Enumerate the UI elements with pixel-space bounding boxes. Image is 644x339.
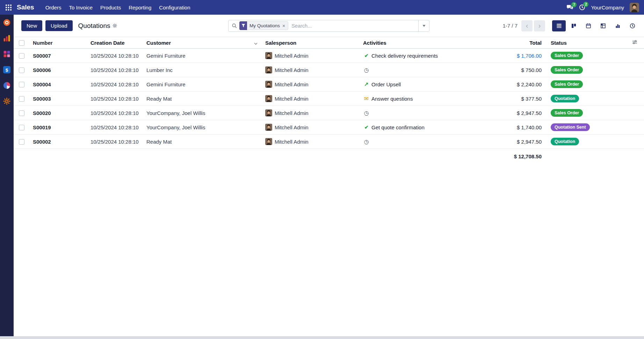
control-panel-right: 1-7 / 7 ‹ ›	[502, 20, 639, 31]
customer-cell: YourCompany, Joel Willis	[143, 106, 262, 120]
quotation-row[interactable]: S00004 10/25/2024 10:28:10 Gemini Furnit…	[14, 77, 644, 92]
activities-cell	[360, 135, 486, 149]
menu-to-invoice[interactable]: To Invoice	[66, 2, 96, 13]
new-button[interactable]: New	[21, 20, 42, 31]
activity-button[interactable]: Order Upsell	[363, 81, 401, 87]
company-switcher[interactable]: YourCompany	[591, 5, 624, 10]
menu-configuration[interactable]: Configuration	[155, 2, 194, 13]
page-title: Quotations	[78, 22, 110, 30]
number-cell: S00006	[29, 63, 87, 77]
total-cell: $ 750.00	[486, 63, 545, 77]
activities-cell: Get quote confirmation	[360, 120, 486, 135]
quotation-row[interactable]: S00003 10/25/2024 10:28:10 Ready Mat Mit…	[14, 92, 644, 106]
svg-text:$: $	[6, 67, 8, 73]
row-checkbox[interactable]	[19, 110, 24, 116]
activity-button[interactable]: Answer questions	[363, 95, 413, 102]
filter-facet-my-quotations[interactable]: My Quotations ×	[239, 21, 288, 30]
graph-view-button[interactable]	[611, 20, 624, 31]
menu-reporting[interactable]: Reporting	[125, 2, 155, 13]
pager-next-button[interactable]: ›	[534, 20, 545, 31]
creation-date-cell: 10/25/2024 10:28:10	[87, 106, 143, 120]
row-checkbox[interactable]	[19, 125, 24, 130]
number-cell: S00003	[29, 92, 87, 106]
salesperson-cell: Mitchell Admin	[262, 92, 360, 106]
header-activities[interactable]: Activities	[360, 37, 486, 49]
status-cell: Quotation	[545, 135, 625, 149]
customer-cell: Lumber Inc	[143, 63, 262, 77]
kanban-view-button[interactable]	[567, 20, 580, 31]
menu-products[interactable]: Products	[97, 2, 124, 13]
pager-range[interactable]: 1-7 / 7	[502, 23, 518, 29]
facet-remove-icon[interactable]: ×	[282, 23, 285, 28]
activity-clock-icon[interactable]: 2	[579, 4, 585, 10]
activity-button[interactable]	[363, 110, 371, 116]
activities-cell: Answer questions	[360, 92, 486, 106]
total-amount: $ 750.00	[521, 67, 542, 73]
row-checkbox[interactable]	[19, 96, 24, 102]
creation-date-cell: 10/25/2024 10:28:10	[87, 135, 143, 149]
user-avatar[interactable]	[630, 3, 639, 12]
activity-button[interactable]: Get quote confirmation	[363, 124, 425, 130]
header-creation-date[interactable]: Creation Date	[87, 37, 143, 49]
search-input[interactable]	[288, 23, 418, 29]
customer-cell: YourCompany, Joel Willis	[143, 120, 262, 135]
header-number[interactable]: Number	[29, 37, 87, 49]
upload-button[interactable]: Upload	[45, 20, 73, 31]
salesperson-name: Mitchell Admin	[275, 110, 309, 116]
activity-button[interactable]	[363, 138, 371, 145]
header-customer-label: Customer	[146, 40, 171, 46]
calendar-view-button[interactable]	[581, 20, 595, 31]
row-checkbox[interactable]	[19, 67, 24, 73]
salesperson-avatar	[265, 52, 272, 59]
search-dropdown-caret-icon[interactable]	[418, 20, 429, 31]
messages-icon[interactable]: 7	[566, 5, 573, 10]
activity-type-icon	[363, 124, 370, 130]
pie-chart-app-icon[interactable]	[3, 82, 10, 89]
pager: 1-7 / 7 ‹ ›	[502, 20, 545, 31]
odoo-logo-icon[interactable]	[3, 19, 10, 26]
row-checkbox[interactable]	[19, 139, 24, 145]
app-name[interactable]: Sales	[17, 3, 34, 11]
activities-cell	[360, 106, 486, 120]
filter-facet-label: My Quotations	[249, 23, 280, 28]
activity-button[interactable]	[363, 67, 371, 73]
menu-orders[interactable]: Orders	[42, 2, 65, 13]
row-checkbox[interactable]	[19, 53, 24, 59]
header-salesperson[interactable]: Salesperson	[262, 37, 360, 49]
apps-grid-icon[interactable]	[3, 2, 13, 12]
sales-dollar-app-icon[interactable]: $	[3, 66, 10, 73]
quotation-row[interactable]: S00020 10/25/2024 10:28:10 YourCompany, …	[14, 106, 644, 120]
settings-gear-app-icon[interactable]	[3, 98, 10, 105]
row-checkbox[interactable]	[19, 82, 24, 87]
customer-cell: Ready Mat	[143, 135, 262, 149]
activity-label: Order Upsell	[371, 81, 401, 87]
customer-cell: Ready Mat	[143, 92, 262, 106]
salesperson-avatar	[265, 109, 272, 116]
horizontal-scrollbar[interactable]	[0, 336, 644, 339]
quotation-row[interactable]: S00006 10/25/2024 10:28:10 Lumber Inc Mi…	[14, 63, 644, 77]
optional-columns-icon[interactable]	[625, 37, 644, 49]
header-customer[interactable]: Customer	[143, 37, 262, 49]
quotation-row[interactable]: S00002 10/25/2024 10:28:10 Ready Mat Mit…	[14, 135, 644, 149]
quotation-row[interactable]: S00019 10/25/2024 10:28:10 YourCompany, …	[14, 120, 644, 135]
header-total[interactable]: Total	[486, 37, 545, 49]
tiles-app-icon[interactable]	[3, 50, 10, 58]
activity-view-button[interactable]	[625, 20, 639, 31]
total-amount: $ 1,740.00	[517, 124, 542, 130]
pivot-view-button[interactable]	[596, 20, 610, 31]
spacer-cell	[625, 106, 644, 120]
view-settings-gear-icon[interactable]	[113, 23, 117, 28]
number-cell: S00020	[29, 106, 87, 120]
quotation-row[interactable]: S00007 10/25/2024 10:28:10 Gemini Furnit…	[14, 49, 644, 63]
salesperson-cell: Mitchell Admin	[262, 63, 360, 77]
select-all-checkbox[interactable]	[19, 40, 24, 46]
activity-button[interactable]: Check delivery requirements	[363, 53, 438, 59]
apps-sidebar: $	[0, 15, 14, 336]
status-cell: Sales Order	[545, 106, 625, 120]
total-amount: $ 2,947.50	[517, 110, 542, 116]
list-view-button[interactable]	[552, 20, 566, 31]
bar-chart-app-icon[interactable]	[3, 35, 10, 42]
activity-label: Answer questions	[371, 96, 413, 102]
header-status[interactable]: Status	[545, 37, 625, 49]
pager-previous-button[interactable]: ‹	[521, 20, 533, 31]
